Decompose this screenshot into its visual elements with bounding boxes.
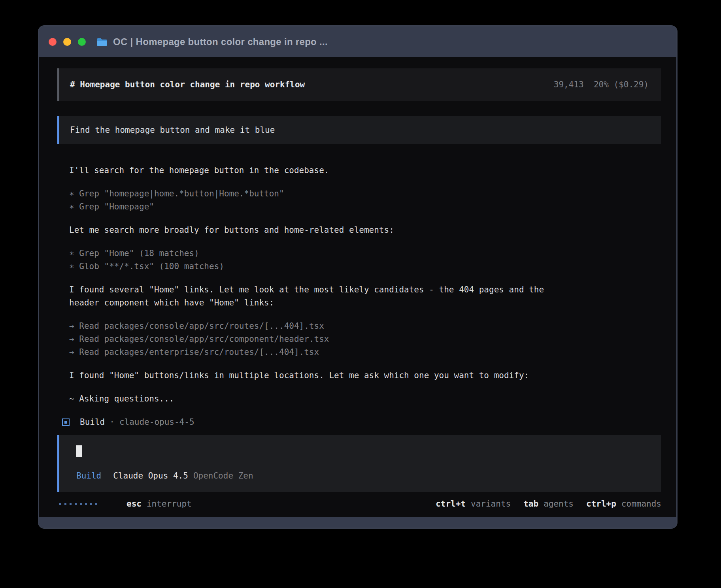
titlebar[interactable]: OC | Homepage button color change in rep… xyxy=(39,26,676,57)
tool-call: → Read packages/enterprise/src/routes/[.… xyxy=(69,346,661,359)
tool-call: ∗ Grep "homepage|home.*button|Home.*butt… xyxy=(69,187,661,200)
tool-call-group: ∗ Grep "homepage|home.*button|Home.*butt… xyxy=(69,187,661,213)
terminal-window: OC | Homepage button color change in rep… xyxy=(38,25,678,529)
user-message: Find the homepage button and make it blu… xyxy=(57,116,661,144)
close-button[interactable] xyxy=(49,38,57,46)
hint-commands: ctrl+p commands xyxy=(586,498,661,511)
progress-dots xyxy=(59,503,100,505)
separator-dot: · xyxy=(109,416,115,429)
status-bar: esc interrupt ctrl+t variants tab agents… xyxy=(57,498,661,511)
tool-call: → Read packages/console/app/src/componen… xyxy=(69,333,661,346)
assistant-text: I'll search for the homepage button in t… xyxy=(69,164,661,177)
conversation: I'll search for the homepage button in t… xyxy=(69,164,661,416)
window-title: OC | Homepage button color change in rep… xyxy=(113,36,328,47)
agent-build-icon xyxy=(62,418,70,426)
agent-name: Build xyxy=(80,416,105,429)
tool-call: ∗ Grep "Home" (18 matches) xyxy=(69,247,661,260)
status-bar-right: ctrl+t variants tab agents ctrl+p comman… xyxy=(423,498,661,511)
hint-agents: tab agents xyxy=(523,498,574,511)
input-agent-label[interactable]: Build xyxy=(76,469,101,482)
assistant-text: I found several "Home" links. Let me loo… xyxy=(69,283,661,309)
terminal-content: # Homepage button color change in repo w… xyxy=(39,57,676,517)
prompt-input[interactable]: Build Claude Opus 4.5 OpenCode Zen xyxy=(57,435,661,492)
assistant-text: I found "Home" buttons/links in multiple… xyxy=(69,369,661,382)
tool-call-group: ∗ Grep "Home" (18 matches) ∗ Glob "**/*.… xyxy=(69,247,661,273)
tool-call: → Read packages/console/app/src/routes/[… xyxy=(69,320,661,333)
tool-call: ∗ Grep "Homepage" xyxy=(69,200,661,213)
window-bottom-frame xyxy=(39,517,676,528)
folder-icon xyxy=(96,38,108,47)
status-bar-left: esc interrupt xyxy=(57,498,192,511)
agent-status-line: Build · claude-opus-4-5 xyxy=(57,416,661,429)
assistant-text: Let me search more broadly for buttons a… xyxy=(69,224,661,237)
minimize-button[interactable] xyxy=(63,38,71,46)
zoom-button[interactable] xyxy=(78,38,86,46)
session-stats: 39,413 20% ($0.29) xyxy=(554,78,649,91)
tool-call-group: → Read packages/console/app/src/routes/[… xyxy=(69,320,661,359)
hint-variants: ctrl+t variants xyxy=(436,498,511,511)
assistant-status-text: ~ Asking questions... xyxy=(69,392,661,405)
agent-model: claude-opus-4-5 xyxy=(119,416,194,429)
interrupt-label: interrupt xyxy=(147,498,192,511)
user-message-text: Find the homepage button and make it blu… xyxy=(70,124,275,137)
tool-call: ∗ Glob "**/*.tsx" (100 matches) xyxy=(69,260,661,273)
session-header: # Homepage button color change in repo w… xyxy=(57,68,661,101)
session-title: # Homepage button color change in repo w… xyxy=(70,78,305,91)
input-model-label[interactable]: Claude Opus 4.5 xyxy=(113,469,188,482)
input-provider-label: OpenCode Zen xyxy=(193,469,253,482)
input-meta: Build Claude Opus 4.5 OpenCode Zen xyxy=(76,469,650,482)
interrupt-key: esc xyxy=(126,498,142,511)
text-cursor xyxy=(76,445,82,457)
